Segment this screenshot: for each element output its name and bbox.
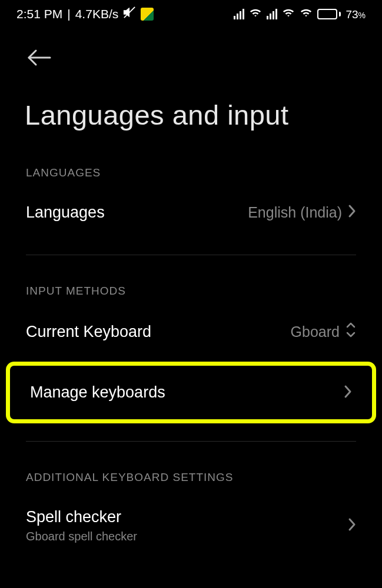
row-value-languages-text: English (India) — [248, 204, 342, 221]
row-left-spell-checker: Spell checker Gboard spell checker — [26, 508, 137, 543]
row-label-languages: Languages — [26, 203, 105, 222]
row-sub-spell-checker: Gboard spell checker — [26, 530, 137, 543]
status-separator: | — [67, 7, 70, 21]
divider — [26, 441, 356, 442]
signal-icon-1 — [234, 9, 244, 19]
status-bar: 2:51 PM | 4.7KB/s 7 — [0, 0, 382, 28]
chevron-right-icon — [344, 385, 352, 401]
row-current-keyboard[interactable]: Current Keyboard Gboard — [0, 306, 382, 357]
nav-row — [0, 28, 382, 69]
row-languages[interactable]: Languages English (India) — [0, 188, 382, 237]
status-left: 2:51 PM | 4.7KB/s — [16, 6, 154, 22]
section-header-additional: ADDITIONAL KEYBOARD SETTINGS — [0, 459, 382, 493]
divider — [26, 255, 356, 255]
chevron-right-icon — [348, 517, 356, 534]
row-value-current-keyboard: Gboard — [291, 322, 356, 342]
status-time: 2:51 PM — [16, 7, 62, 21]
status-netspeed: 4.7KB/s — [75, 7, 119, 21]
wifi-icon-2 — [282, 6, 295, 21]
row-spell-checker[interactable]: Spell checker Gboard spell checker — [0, 493, 382, 559]
status-right: 73% — [234, 6, 366, 21]
page-title: Languages and input — [0, 69, 382, 155]
row-value-languages: English (India) — [248, 204, 356, 222]
battery-icon — [317, 9, 341, 19]
row-label-manage-keyboards: Manage keyboards — [30, 383, 165, 402]
section-header-input-methods: INPUT METHODS — [0, 273, 382, 306]
up-down-chevron-icon — [346, 322, 356, 342]
chevron-right-icon — [348, 204, 356, 222]
wifi-icon-1 — [249, 6, 262, 21]
battery-percent: 73% — [346, 7, 366, 21]
signal-icon-2 — [267, 9, 277, 19]
row-manage-keyboards[interactable]: Manage keyboards — [6, 362, 376, 423]
back-button[interactable] — [26, 48, 358, 69]
row-label-current-keyboard: Current Keyboard — [26, 323, 151, 341]
mute-icon — [123, 6, 136, 22]
row-value-current-keyboard-text: Gboard — [291, 323, 340, 340]
flipkart-app-icon — [141, 8, 154, 21]
row-label-spell-checker: Spell checker — [26, 508, 137, 526]
section-header-languages: LANGUAGES — [0, 155, 382, 188]
wifi-icon-3 — [300, 6, 313, 21]
